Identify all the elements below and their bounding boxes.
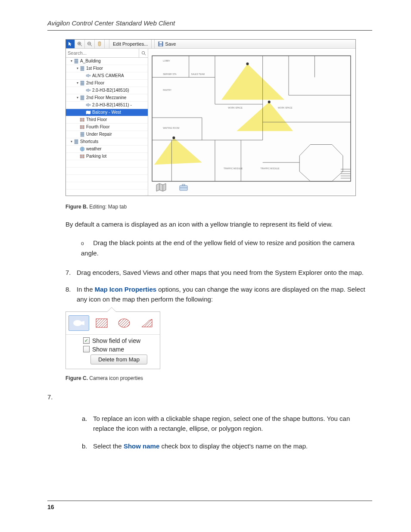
server-icon	[74, 139, 79, 144]
svg-rect-13	[75, 61, 78, 62]
view-icon	[80, 124, 85, 130]
polygon-shape-button[interactable]	[137, 315, 157, 331]
svg-rect-19	[81, 83, 84, 84]
svg-marker-63	[299, 145, 343, 181]
camera-icon	[86, 103, 91, 108]
svg-rect-36	[75, 141, 78, 143]
svg-rect-24	[80, 118, 82, 120]
figure-b-caption: Figure B. Editing: Map tab	[65, 204, 372, 210]
tree-item[interactable]: ▾2nd Floor Mezzanine	[66, 94, 148, 102]
svg-rect-30	[80, 128, 82, 129]
svg-rect-14	[75, 62, 78, 63]
tree-item[interactable]: Parking lot	[66, 153, 148, 160]
search-icon[interactable]	[139, 49, 148, 57]
svg-rect-27	[83, 120, 84, 122]
svg-text:WORK SPACE: WORK SPACE	[278, 106, 293, 109]
pointer-tool-button[interactable]	[66, 40, 75, 48]
svg-rect-29	[83, 125, 84, 127]
svg-rect-41	[80, 157, 82, 159]
letter-b-text: Select the Show name check box to displa…	[93, 441, 308, 451]
expander-icon: ▾	[75, 65, 80, 72]
show-name-checkbox[interactable]	[83, 346, 90, 352]
svg-line-11	[144, 54, 146, 55]
step-8-number: 8.	[65, 284, 77, 305]
tree-item[interactable]: ▾A_Building	[66, 58, 148, 65]
svg-rect-85	[96, 319, 107, 327]
tree-item[interactable]: Balcony - West	[66, 109, 148, 116]
page-header: Avigilon Control Center Standard Web Cli…	[47, 19, 372, 31]
svg-rect-37	[75, 143, 78, 144]
tree-item[interactable]: ▾1st Floor	[66, 65, 148, 72]
zoom-out-button[interactable]	[85, 40, 95, 48]
figure-c-caption: Figure C. Camera icon properties	[65, 375, 372, 381]
svg-rect-9	[159, 44, 162, 46]
loose-number-7: 7.	[47, 393, 372, 401]
svg-text:SALES TEAM: SALES TEAM	[191, 73, 205, 75]
svg-point-43	[246, 62, 249, 65]
tree-item-label: Fourth Floor	[86, 124, 109, 131]
svg-rect-21	[81, 96, 84, 97]
tree-item[interactable]: weather	[66, 146, 148, 153]
svg-point-86	[118, 319, 130, 327]
svg-rect-17	[81, 70, 84, 71]
camera-shape-button[interactable]	[68, 315, 89, 331]
svg-rect-35	[75, 140, 78, 141]
system-explorer-panel: ▾A_Building▾1st FloorALN'S CAMERA▾2nd Fl…	[66, 49, 148, 196]
tree-item[interactable]: ▾Shortcuts	[66, 138, 148, 146]
svg-rect-15	[81, 66, 84, 68]
view-icon	[80, 117, 85, 122]
svg-rect-25	[83, 118, 84, 120]
camera-icon	[86, 73, 91, 78]
tree-item[interactable]: 2.0-H3-B2(148511) -	[66, 102, 148, 109]
svg-point-10	[142, 51, 144, 54]
step-7-text: Drag encoders, Saved Views and other map…	[77, 268, 364, 277]
svg-text:PANTRY: PANTRY	[163, 89, 171, 91]
server-icon	[80, 81, 85, 86]
save-button[interactable]: Save	[155, 40, 179, 48]
svg-text:WAITING ROOM: WAITING ROOM	[163, 127, 179, 129]
svg-rect-42	[83, 157, 84, 159]
tree-item[interactable]: Fourth Floor	[66, 124, 148, 131]
svg-point-45	[172, 137, 175, 139]
step-8-text: In the Map Icon Properties options, you …	[77, 284, 372, 305]
svg-rect-31	[83, 128, 84, 129]
edit-properties-button[interactable]: Edit Properties...	[109, 40, 152, 48]
tree-item-label: Parking lot	[86, 153, 106, 160]
svg-text:TRAFFIC MODULE: TRAFFIC MODULE	[224, 167, 243, 170]
tree-item-label: Under Repair	[86, 131, 112, 138]
svg-rect-12	[75, 59, 78, 60]
tree-item[interactable]: ALN'S CAMERA	[66, 72, 148, 80]
paragraph-default-camera: By default a camera is displayed as an i…	[65, 219, 372, 229]
svg-rect-16	[81, 68, 84, 69]
show-name-label: Show name	[92, 346, 124, 353]
ellipse-shape-button[interactable]	[114, 315, 134, 331]
tree-item-label: 2nd Floor	[86, 80, 104, 87]
rectangle-shape-button[interactable]	[91, 315, 112, 331]
map-icon[interactable]	[156, 183, 166, 192]
svg-rect-22	[81, 97, 84, 99]
zoom-in-button[interactable]	[75, 40, 85, 48]
tree-item-label: Balcony - West	[92, 109, 121, 116]
briefcase-icon[interactable]	[178, 183, 189, 192]
delete-from-map-button[interactable]: Delete from Map	[90, 355, 147, 364]
svg-rect-18	[81, 81, 84, 82]
svg-rect-40	[83, 155, 84, 156]
svg-rect-39	[80, 155, 82, 156]
tree-item[interactable]: Third Floor	[66, 116, 148, 124]
search-input[interactable]	[66, 49, 139, 57]
server-icon	[80, 95, 85, 100]
show-fov-checkbox[interactable]: ✓	[83, 337, 90, 344]
step-7-number: 7.	[65, 268, 77, 277]
tree-item-label: Shortcuts	[80, 138, 98, 145]
tree-item[interactable]: ▾2nd Floor	[66, 80, 148, 87]
page-number: 16	[47, 504, 54, 510]
tree-item[interactable]: 2.0-H3-B2(148516)	[66, 87, 148, 94]
svg-rect-34	[81, 136, 84, 137]
map-canvas[interactable]: LOBBY SERVER STA SALES TEAM PANTRY WORK …	[148, 49, 355, 196]
pan-tool-button[interactable]	[95, 40, 105, 48]
tree-item[interactable]: Under Repair	[66, 131, 148, 138]
expander-icon: ▾	[75, 94, 80, 101]
svg-point-84	[73, 320, 82, 326]
tree-item-label: 1st Floor	[86, 65, 103, 72]
tree-item-label: Third Floor	[86, 116, 107, 123]
